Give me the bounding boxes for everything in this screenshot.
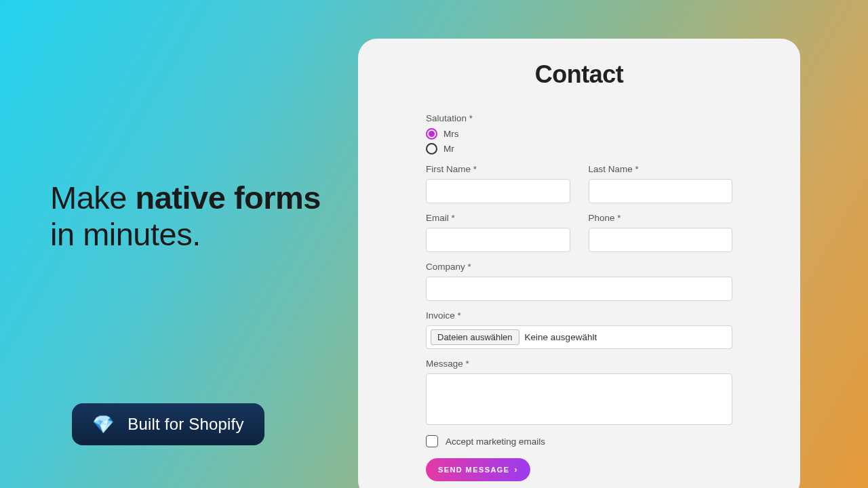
chevron-right-icon: › [514,465,517,474]
badge-label: Built for Shopify [127,415,243,434]
first-name-label: First Name * [426,164,570,174]
last-name-input[interactable] [589,179,733,203]
diamond-icon: 💎 [92,415,114,433]
file-input[interactable]: Dateien auswählen Keine ausgewählt [426,325,732,349]
last-name-label: Last Name * [589,164,733,174]
contact-form-card: Contact Salutation * Mrs Mr First Name *… [358,39,800,488]
send-button-label: Send Message [438,466,509,474]
message-label: Message * [426,359,732,369]
file-choose-button[interactable]: Dateien auswählen [431,329,519,345]
company-input[interactable] [426,277,732,301]
headline-text-1: Make [50,180,136,216]
headline: Make native forms in minutes. [50,180,335,253]
headline-bold: native forms [136,180,321,216]
invoice-label: Invoice * [426,310,732,321]
message-textarea[interactable] [426,373,732,425]
radio-icon-unchecked [426,143,437,155]
radio-mr-label: Mr [443,144,454,154]
radio-mrs[interactable]: Mrs [426,128,732,140]
email-input[interactable] [426,228,570,252]
radio-mrs-label: Mrs [443,129,459,139]
accept-checkbox-label: Accept marketing emails [446,436,545,447]
form-title: Contact [426,60,732,89]
headline-text-2: in minutes. [50,216,201,252]
phone-input[interactable] [589,228,733,252]
accept-checkbox[interactable] [426,435,438,447]
radio-mr[interactable]: Mr [426,143,732,155]
phone-label: Phone * [589,213,733,223]
file-status-text: Keine ausgewählt [525,332,597,342]
salutation-label: Salutation * [426,113,732,123]
company-label: Company * [426,262,732,272]
first-name-input[interactable] [426,179,570,203]
built-for-shopify-badge: 💎 Built for Shopify [72,403,264,445]
radio-icon-checked [426,128,437,140]
send-message-button[interactable]: Send Message › [426,458,530,481]
email-label: Email * [426,213,570,223]
